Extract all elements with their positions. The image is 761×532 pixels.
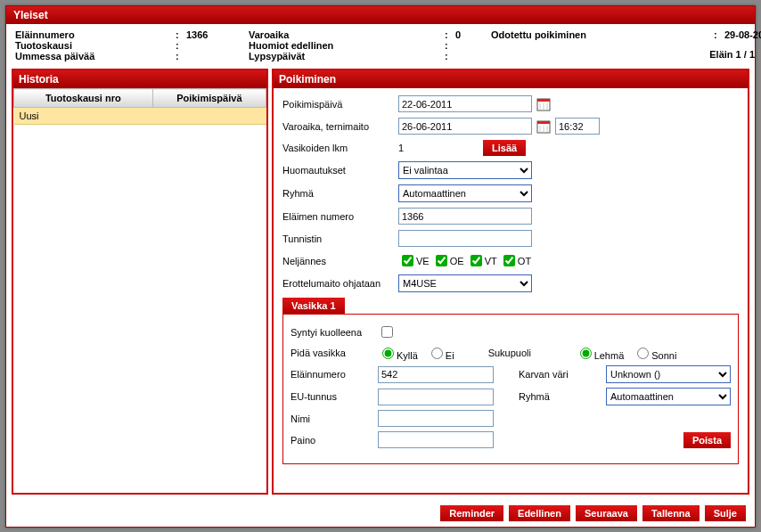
varo-label: Varoaika, ternimaito (282, 121, 398, 132)
calendar-icon[interactable] (536, 119, 552, 135)
nimi-label: Nimi (290, 413, 378, 424)
keep-yes-radio[interactable] (382, 348, 394, 359)
close-button[interactable]: Sulje (705, 505, 746, 521)
animal-counter: Eläin 1 / 1 (709, 49, 755, 60)
erottelu-label: Erottelumaito ohjataan (282, 278, 398, 289)
calf-animal-no-label: Eläinnumero (290, 369, 378, 380)
calving-panel: Poikiminen Poikimispäivä Varoaika, terni… (272, 69, 749, 495)
table-row[interactable]: Uusi (14, 108, 266, 125)
color-select[interactable]: Unknown () (606, 365, 731, 383)
huomautukset-label: Huomautukset (282, 165, 398, 176)
color-label: Karvan väri (519, 369, 606, 380)
calf-animal-no-input[interactable] (378, 366, 494, 383)
eu-input[interactable] (378, 389, 494, 405)
footer: Reminder Edellinen Seuraava Tallenna Sul… (6, 500, 755, 527)
svg-rect-1 (537, 99, 550, 102)
animal-no-label: Eläinnumero (15, 29, 176, 40)
history-panel: Historia Tuotoskausi nro Poikimispäivä U… (12, 69, 268, 495)
history-col-poikimispaiva[interactable]: Poikimispäivä (152, 89, 266, 108)
tuotoskausi-label: Tuotoskausi (15, 40, 176, 51)
quarter-oe-checkbox[interactable] (436, 255, 447, 266)
general-section: Eläinnumero : 1366 Varoaika : 0 Odotettu… (6, 24, 755, 69)
history-row-label: Uusi (14, 108, 153, 125)
expected-calving-label: Odotettu poikiminen (491, 29, 714, 40)
elaimen-no-label: Eläimen numero (282, 211, 398, 222)
previous-button[interactable]: Edellinen (509, 505, 570, 521)
svg-rect-6 (537, 121, 550, 124)
huomautukset-select[interactable]: Ei valintaa (398, 161, 532, 179)
calving-title: Poikiminen (274, 70, 748, 88)
keep-calf-label: Pidä vasikka (290, 348, 378, 358)
ryhma-select[interactable]: Automaattinen (398, 184, 532, 202)
keep-no-radio[interactable] (431, 348, 443, 359)
sex-bull-radio[interactable] (637, 348, 649, 359)
varo-date-input[interactable] (398, 118, 532, 135)
poikimispaiva-label: Poikimispäivä (282, 99, 398, 110)
reminder-button[interactable]: Reminder (440, 505, 503, 521)
quarter-ve-checkbox[interactable] (402, 255, 413, 266)
calf-ryhma-select[interactable]: Automaattinen (606, 388, 731, 405)
quarter-vt-checkbox[interactable] (471, 255, 482, 266)
history-col-tuotoskausi[interactable]: Tuotoskausi nro (14, 89, 153, 108)
lypsypaivat-label: Lypsypäivät (249, 51, 445, 61)
save-button[interactable]: Tallenna (642, 505, 700, 521)
ryhma-label: Ryhmä (282, 188, 398, 199)
tunnistin-label: Tunnistin (282, 233, 398, 244)
calf-ryhma-label: Ryhmä (519, 391, 606, 402)
calf-box: Syntyi kuolleena Pidä vasikka Kyllä Ei S… (282, 314, 739, 464)
sex-cow-radio[interactable] (580, 348, 592, 359)
nimi-input[interactable] (378, 410, 494, 427)
quarter-ot-checkbox[interactable] (503, 255, 515, 266)
paino-label: Paino (290, 435, 378, 446)
sex-label: Sukupuoli (488, 348, 576, 358)
paino-input[interactable] (378, 431, 494, 448)
born-dead-label: Syntyi kuolleena (290, 327, 378, 338)
varoaika-value: 0 (455, 29, 491, 40)
animal-no-value: 1366 (186, 29, 249, 40)
general-header: Yleiset (6, 6, 755, 24)
calf-tab-1[interactable]: Vasikka 1 (282, 298, 345, 314)
add-calf-button[interactable]: Lisää (483, 140, 526, 156)
expected-calving-value: 29-08-2011 (724, 29, 761, 40)
next-button[interactable]: Seuraava (576, 505, 637, 521)
born-dead-checkbox[interactable] (381, 326, 393, 338)
calendar-icon[interactable] (536, 96, 552, 112)
tunnistin-input[interactable] (398, 230, 532, 247)
varo-time-input[interactable] (555, 118, 600, 135)
huomiot-label: Huomiot edellinen (249, 40, 445, 51)
eu-label: EU-tunnus (290, 391, 378, 402)
ummessa-label: Ummessa päivää (15, 51, 176, 61)
elaimen-no-input[interactable] (398, 208, 532, 225)
poikimispaiva-input[interactable] (398, 95, 532, 112)
delete-calf-button[interactable]: Poista (683, 432, 731, 448)
neljannes-label: Neljännes (282, 256, 398, 266)
calf-count-label: Vasikoiden lkm (282, 143, 398, 153)
history-table: Tuotoskausi nro Poikimispäivä Uusi (13, 88, 266, 125)
history-title: Historia (13, 70, 266, 88)
dialog: Yleiset Eläinnumero : 1366 Varoaika : 0 … (5, 5, 756, 528)
varoaika-label: Varoaika (249, 29, 445, 40)
calf-count-value: 1 (398, 143, 483, 153)
erottelu-select[interactable]: M4USE (398, 274, 532, 292)
